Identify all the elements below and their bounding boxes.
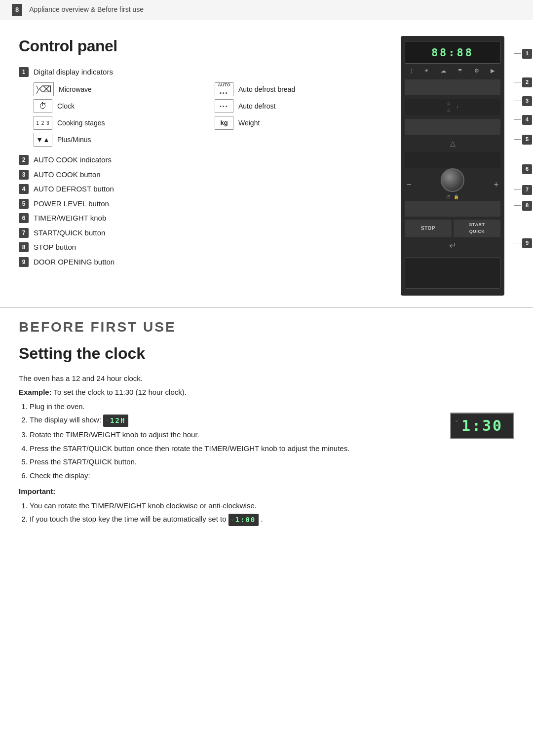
icon-row-plus-minus: ▼▲ Plus/Minus [34,133,205,147]
display-dot: ◦ [106,418,110,424]
icon-row-auto-defrost-bread: AUTO ▪▪▪ Auto defrost bread [215,82,386,96]
marker-num-3: 3 [522,96,532,106]
section-divider [0,307,533,308]
weight-label: Weight [238,118,260,128]
microwave-label: Microwave [59,84,92,95]
clock-step-6: Check the display: [30,470,430,482]
marker-1: 1 [514,49,532,59]
diag-start-label: START [469,222,485,228]
plus-minus-label: Plus/Minus [57,135,91,145]
diag-knob-icons-row: ⏱ 🔒 [446,194,459,201]
list-item-7-label: START/QUICK button [34,227,105,239]
diag-icons-row: 〉 ☀ ☁ ☂ ⚙ ▶ [405,66,500,76]
clock-display-time: 1:30 [461,415,503,437]
clock-section-title: Setting the clock [19,341,514,365]
indicators-section: 1 Digital display indicators 〉⌫ Microwav… [19,67,386,147]
main-content: Control panel 1 Digital display indicato… [0,20,533,296]
marker-3: 3 [514,96,532,106]
marker-7: 7 [514,185,532,195]
diag-button-3: ♨ ♨ ♩ [405,99,500,115]
clock-example: Example: To set the clock to 11:30 (12 h… [19,387,430,398]
auto-defrost-bread-icon-box: AUTO ▪▪▪ [215,82,233,96]
clock-icon-box: ⏱ [34,99,52,113]
diag-icon-5: ⚙ [474,67,479,75]
num-badge-5: 5 [19,199,29,209]
diag-icon-6: ▶ [491,67,495,75]
diag-knob-center: ⏱ 🔒 [441,168,464,201]
marker-5: 5 [514,135,532,145]
list-item-3-label: AUTO COOK button [34,169,101,181]
marker-num-6: 6 [522,164,532,174]
list-item-2: 2 AUTO COOK indicators [19,154,386,166]
important-item-1: You can rotate the TIMER/WEIGHT knob clo… [30,500,430,512]
diag-stop-start-row: STOP START QUICK [405,220,500,237]
cooking-stages-icon-box: 1 2 3 [34,116,52,130]
auto-defrost-bread-label: Auto defrost bread [238,84,295,95]
important-item-2-text: If you touch the stop key the time will … [30,515,227,523]
diag-icon-1: 〉 [411,67,413,75]
clock-steps-list: Plug in the oven. The display will show:… [30,401,430,482]
list-item-2-label: AUTO COOK indicators [34,154,112,166]
marker-4: 4 [514,115,532,125]
display-12h: ◦12H [103,415,128,427]
display-12h-text: 12H [110,416,125,426]
diag-lock-icon: 🔒 [454,194,459,201]
clock-intro: The oven has a 12 and 24 hour clock. [19,373,430,384]
marker-8: 8 [514,201,532,211]
weight-icon-box: kg [215,116,233,130]
diagram-wrapper: 88:88 〉 ☀ ☁ ☂ ⚙ ▶ ♨ [401,36,519,296]
page-number: 8 [12,4,22,16]
diag-button-2 [405,79,500,95]
icon-row-auto-defrost: ▪▪▪ Auto defrost [215,99,386,113]
list-item-5-label: POWER LEVEL button [34,198,109,210]
cooking-stages-label: Cooking stages [57,118,105,128]
display-100-dot: ◦ [231,517,235,523]
display-100: ◦1:00 [228,514,259,526]
important-list: You can rotate the TIMER/WEIGHT knob clo… [30,500,430,527]
clock-step-4: Press the START/QUICK button once then r… [30,443,430,454]
diag-clock-icon: ⏱ [446,194,451,201]
before-first-use-title: BEFORE FIRST USE [19,317,514,338]
marker-num-1: 1 [522,49,532,59]
num-badge-8: 8 [19,242,29,252]
diag-minus-icon: − [407,179,411,190]
before-first-use-section: BEFORE FIRST USE Setting the clock The o… [0,317,533,529]
right-column: 88:88 〉 ☀ ☁ ☂ ⚙ ▶ ♨ [401,34,514,296]
icon-row-cooking-stages: 1 2 3 Cooking stages [34,116,205,130]
important-heading: Important: [19,486,430,497]
diag-knob-area: − ⏱ 🔒 + [405,171,500,198]
icon-row-clock: ⏱ Clock [34,99,205,113]
list-item-6: 6 TIMER/WEIGHT knob [19,213,386,224]
clock-step-3: Rotate the TIMER/WEIGHT knob to adjust t… [30,429,430,441]
plus-minus-icon-box: ▼▲ [34,133,52,147]
list-item-9-label: DOOR OPENING button [34,257,114,268]
appliance-diagram: 88:88 〉 ☀ ☁ ☂ ⚙ ▶ ♨ [401,36,504,296]
list-item-8-label: STOP button [34,242,76,253]
diag-icon-4: ☂ [457,67,462,75]
num-badge-3: 3 [19,170,29,180]
diag-door-symbol-icon: ↵ [449,239,457,253]
period-text: . [261,515,263,523]
clock-display-image: ◦ 1:30 [450,413,514,439]
auto-defrost-icon: ▪▪▪ [220,102,228,111]
important-item-2: If you touch the stop key the time will … [30,514,430,526]
auto-defrost-icon-box: ▪▪▪ [215,99,233,113]
diag-display: 88:88 [405,41,500,64]
indicators-heading-label: Digital display indicators [34,67,113,78]
example-text: To set the clock to 11:30 (12 hour clock… [52,388,187,396]
header-title: Appliance overview & Before first use [29,4,144,15]
diag-stop-label: STOP [421,225,435,232]
marker-num-2: 2 [522,77,532,87]
list-item-7: 7 START/QUICK button [19,227,386,239]
display-100-text: 1:00 [235,515,256,525]
clock-display-box: ◦ 1:30 [450,413,514,439]
diag-stop-button: STOP [405,220,452,237]
icon-row-weight: kg Weight [215,116,386,130]
diag-plus-icon: + [494,179,498,190]
marker-2: 2 [514,77,532,87]
diag-triangle-area: △ [405,138,500,150]
icon-grid: 〉⌫ Microwave AUTO ▪▪▪ Auto defrost bread [34,82,386,147]
clock-content: The oven has a 12 and 24 hour clock. Exa… [19,373,514,529]
diag-button-4 [405,119,500,135]
diag-icon-3: ☁ [441,67,446,75]
